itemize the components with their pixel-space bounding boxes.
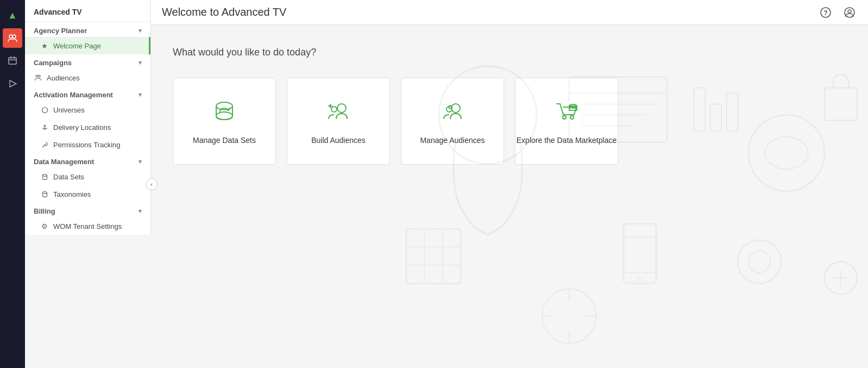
- sidebar-item-welcome-page[interactable]: ★ Welcome Page: [25, 37, 150, 54]
- user-icon[interactable]: [842, 5, 857, 20]
- svg-point-9: [42, 107, 47, 113]
- manage-data-sets-icon: [209, 97, 240, 128]
- svg-rect-2: [9, 58, 16, 64]
- card-manage-audiences[interactable]: Manage Audiences: [401, 78, 504, 165]
- dataset-icon: [40, 172, 49, 181]
- svg-rect-29: [406, 229, 461, 284]
- sidebar-collapse-button[interactable]: ‹: [146, 178, 158, 190]
- sidebar-item-permissions-tracking[interactable]: Permissions Tracking: [25, 136, 150, 153]
- svg-point-39: [637, 278, 643, 284]
- sidebar-item-agency-planner[interactable]: Agency Planner ▾: [25, 22, 150, 37]
- icon-bar: ▲: [0, 0, 25, 368]
- agency-planner-label: Agency Planner: [34, 27, 87, 35]
- wrench-icon: [40, 140, 49, 149]
- card-manage-data-sets[interactable]: Manage Data Sets: [173, 78, 276, 165]
- chevron-down-icon: ▾: [139, 158, 142, 165]
- page-title: Welcome to Advanced TV: [162, 6, 286, 18]
- card-manage-data-sets-label: Manage Data Sets: [193, 135, 256, 145]
- main-area: Welcome to Advanced TV ?: [151, 0, 868, 368]
- svg-point-17: [848, 10, 851, 13]
- card-manage-audiences-label: Manage Audiences: [420, 135, 485, 145]
- sidebar-item-taxonomies[interactable]: Taxonomies: [25, 185, 150, 203]
- chevron-down-icon: ▾: [139, 91, 142, 98]
- svg-point-58: [570, 116, 574, 119]
- card-build-audiences-label: Build Audiences: [311, 135, 366, 145]
- svg-point-8: [38, 75, 40, 77]
- wom-tenant-label: WOM Tenant Settings: [53, 222, 122, 230]
- sidebar-item-delivery-locations[interactable]: Delivery Locations: [25, 118, 150, 136]
- circle-icon: [40, 105, 49, 114]
- sidebar: Advanced TV Agency Planner ▾ ★ Welcome P…: [25, 0, 151, 235]
- taxonomies-label: Taxonomies: [53, 190, 91, 198]
- data-management-label: Data Management: [34, 158, 94, 166]
- card-explore-marketplace[interactable]: Explore the Data Marketplace: [515, 78, 618, 165]
- nav-icon-video[interactable]: [3, 74, 22, 93]
- svg-point-49: [216, 112, 232, 120]
- svg-point-54: [451, 104, 460, 113]
- svg-point-13: [42, 191, 47, 194]
- anchor-icon: [40, 123, 49, 132]
- sidebar-item-activation-management[interactable]: Activation Management ▾: [25, 86, 150, 101]
- svg-point-34: [738, 240, 781, 284]
- delivery-locations-label: Delivery Locations: [53, 123, 111, 132]
- gear-icon: ⚙: [40, 222, 49, 230]
- nav-icon-audiences[interactable]: [3, 28, 22, 48]
- sidebar-item-billing[interactable]: Billing ▾: [25, 203, 150, 217]
- sidebar-item-data-sets[interactable]: Data Sets: [25, 168, 150, 185]
- chevron-down-icon: ▾: [139, 59, 142, 66]
- data-sets-label: Data Sets: [53, 173, 84, 181]
- svg-marker-6: [10, 80, 16, 87]
- build-audiences-icon: [323, 97, 354, 128]
- sidebar-item-universes[interactable]: Universes: [25, 101, 150, 118]
- sidebar-item-data-management[interactable]: Data Management ▾: [25, 153, 150, 168]
- svg-rect-36: [624, 224, 656, 284]
- svg-point-0: [9, 35, 12, 38]
- people-icon: [34, 73, 42, 82]
- welcome-subtitle: What would you like to do today?: [173, 47, 846, 58]
- explore-marketplace-icon: [551, 97, 582, 128]
- universes-label: Universes: [53, 106, 85, 114]
- sidebar-wrapper: Advanced TV Agency Planner ▾ ★ Welcome P…: [25, 0, 151, 368]
- welcome-page-label: Welcome Page: [53, 42, 101, 50]
- taxonomy-icon: [40, 190, 49, 198]
- svg-point-57: [563, 116, 566, 119]
- top-bar: Welcome to Advanced TV ?: [151, 0, 868, 25]
- content-area: What would you like to do today? Manage …: [151, 25, 868, 368]
- svg-point-50: [337, 104, 346, 113]
- billing-label: Billing: [34, 207, 55, 215]
- chevron-down-icon: ▾: [139, 27, 142, 34]
- svg-point-40: [542, 289, 596, 344]
- permissions-tracking-label: Permissions Tracking: [53, 141, 121, 149]
- nav-icon-campaigns[interactable]: [3, 51, 22, 71]
- background-watermark: [366, 25, 868, 368]
- sidebar-item-campaigns[interactable]: Campaigns ▾: [25, 54, 150, 69]
- activation-management-label: Activation Management: [34, 91, 113, 99]
- manage-audiences-icon: [437, 97, 468, 128]
- svg-point-45: [825, 262, 857, 295]
- sidebar-item-wom-tenant[interactable]: ⚙ WOM Tenant Settings: [25, 217, 150, 235]
- sidebar-header: Advanced TV: [25, 0, 150, 22]
- audiences-label: Audiences: [47, 74, 80, 82]
- chevron-down-icon: ▾: [139, 208, 142, 215]
- svg-text:?: ?: [823, 9, 827, 16]
- logo-icon[interactable]: ▲: [3, 5, 22, 25]
- svg-point-12: [42, 174, 47, 176]
- svg-point-35: [749, 251, 770, 273]
- card-build-audiences[interactable]: Build Audiences: [287, 78, 390, 165]
- campaigns-label: Campaigns: [34, 59, 72, 67]
- sidebar-item-audiences[interactable]: Audiences: [25, 69, 150, 86]
- help-icon[interactable]: ?: [818, 5, 833, 20]
- svg-point-51: [331, 107, 337, 112]
- svg-point-10: [44, 125, 46, 127]
- card-explore-marketplace-label: Explore the Data Marketplace: [517, 135, 617, 145]
- action-cards-row: Manage Data Sets Build Aud: [173, 78, 846, 165]
- svg-point-1: [12, 35, 16, 38]
- star-icon: ★: [40, 41, 49, 50]
- top-bar-icons: ?: [818, 5, 857, 20]
- sidebar-app-title: Advanced TV: [34, 8, 82, 16]
